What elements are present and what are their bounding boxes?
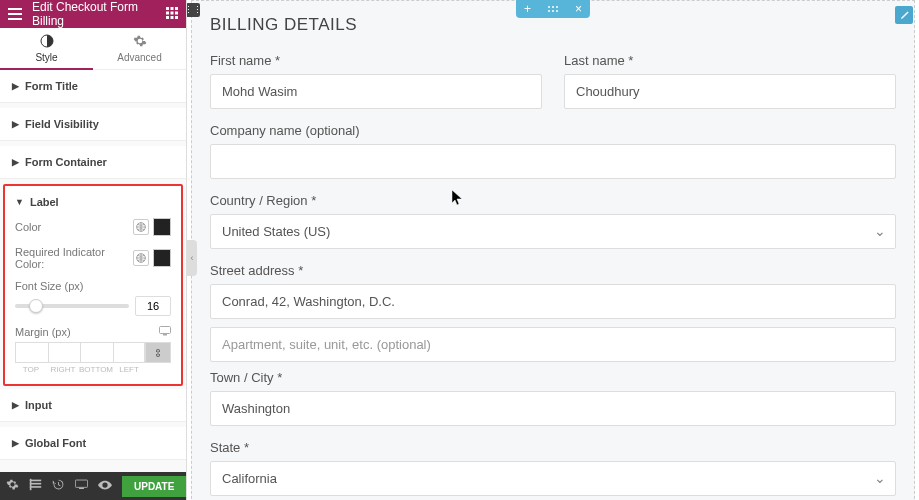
caret-down-icon: ▼ (15, 197, 24, 207)
apps-icon[interactable] (166, 7, 178, 22)
delete-section-button[interactable]: × (567, 0, 590, 18)
svg-rect-19 (79, 488, 84, 489)
settings-icon[interactable] (6, 478, 19, 494)
sidebar-title: Edit Checkout Form Billing (32, 0, 166, 28)
accordion-field-visibility[interactable]: ▶Field Visibility (0, 108, 186, 141)
sidebar-header: Edit Checkout Form Billing (0, 0, 186, 28)
svg-rect-3 (166, 11, 169, 14)
svg-rect-6 (166, 16, 169, 19)
menu-icon[interactable] (8, 8, 24, 20)
svg-rect-1 (171, 7, 174, 10)
panel-body: ▶Form Title ▶Field Visibility ▶Form Cont… (0, 70, 186, 472)
svg-rect-5 (175, 11, 178, 14)
gear-icon (133, 34, 147, 50)
company-input[interactable] (210, 144, 896, 179)
first-name-input[interactable] (210, 74, 542, 109)
margin-left-input[interactable] (113, 342, 146, 363)
margin-top-input[interactable] (15, 342, 48, 363)
street-label: Street address * (210, 263, 896, 278)
globe-icon[interactable] (133, 219, 149, 235)
svg-rect-18 (75, 480, 87, 487)
slider-thumb[interactable] (29, 299, 43, 313)
svg-point-25 (556, 10, 558, 12)
svg-rect-4 (171, 11, 174, 14)
tab-style[interactable]: Style (0, 28, 93, 69)
street2-input[interactable] (210, 327, 896, 362)
svg-rect-0 (166, 7, 169, 10)
street1-input[interactable] (210, 284, 896, 319)
caret-right-icon: ▶ (12, 400, 19, 410)
color-label: Color (15, 221, 41, 233)
caret-right-icon: ▶ (12, 81, 19, 91)
company-label: Company name (optional) (210, 123, 896, 138)
edit-widget-button[interactable] (895, 6, 913, 24)
add-section-button[interactable]: + (516, 0, 539, 18)
svg-point-21 (552, 6, 554, 8)
drag-handle-icon[interactable]: ⋮⋮ (187, 3, 200, 17)
responsive-icon[interactable] (75, 478, 88, 494)
last-name-input[interactable] (564, 74, 896, 109)
accordion-form-title[interactable]: ▶Form Title (0, 70, 186, 103)
history-icon[interactable] (52, 478, 65, 494)
font-size-slider[interactable] (15, 304, 129, 308)
font-size-input[interactable] (135, 296, 171, 316)
accordion-input[interactable]: ▶Input (0, 389, 186, 422)
form-heading: BILLING DETAILS (210, 15, 896, 35)
margin-right-input[interactable] (48, 342, 81, 363)
svg-rect-2 (175, 7, 178, 10)
section-controls: + × (516, 0, 590, 18)
svg-rect-7 (171, 16, 174, 19)
svg-rect-16 (30, 486, 41, 488)
last-name-label: Last name * (564, 53, 896, 68)
update-button[interactable]: UPDATE (122, 476, 186, 497)
globe-icon[interactable] (133, 250, 149, 266)
desktop-icon[interactable] (159, 326, 171, 338)
link-values-button[interactable] (145, 342, 171, 363)
font-size-label: Font Size (px) (15, 280, 83, 292)
preview-icon[interactable] (98, 479, 112, 493)
navigator-icon[interactable] (29, 478, 42, 494)
svg-rect-12 (160, 327, 171, 334)
collapse-sidebar-handle[interactable]: ‹ (187, 240, 197, 276)
svg-point-24 (552, 10, 554, 12)
contrast-icon (40, 34, 54, 50)
color-swatch[interactable] (153, 218, 171, 236)
accordion-form-container[interactable]: ▶Form Container (0, 146, 186, 179)
accordion-global-font[interactable]: ▶Global Font (0, 427, 186, 460)
country-select[interactable] (210, 214, 896, 249)
edit-section-button[interactable] (539, 0, 567, 18)
svg-rect-8 (175, 16, 178, 19)
sidebar-tabs: Style Advanced (0, 28, 186, 70)
tab-label: Style (35, 52, 57, 63)
caret-right-icon: ▶ (12, 438, 19, 448)
svg-point-23 (548, 10, 550, 12)
preview-area: ⋮⋮ + × BILLING DETAILS First name * Last… (187, 0, 919, 500)
caret-right-icon: ▶ (12, 119, 19, 129)
svg-rect-15 (30, 483, 41, 485)
city-input[interactable] (210, 391, 896, 426)
tab-label: Advanced (117, 52, 161, 63)
margin-bottom-input[interactable] (80, 342, 113, 363)
svg-rect-14 (30, 480, 41, 482)
svg-rect-17 (30, 479, 32, 490)
accordion-label-head[interactable]: ▼Label (5, 186, 181, 218)
city-label: Town / City * (210, 370, 896, 385)
state-select[interactable] (210, 461, 896, 496)
country-label: Country / Region * (210, 193, 896, 208)
first-name-label: First name * (210, 53, 542, 68)
accordion-label: ▼Label Color Required Indicator Color: (3, 184, 183, 386)
billing-form: BILLING DETAILS First name * Last name *… (191, 0, 915, 500)
svg-point-20 (548, 6, 550, 8)
svg-rect-13 (163, 334, 167, 336)
caret-right-icon: ▶ (12, 157, 19, 167)
req-indicator-label: Required Indicator Color: (15, 246, 133, 270)
margin-label: Margin (px) (15, 326, 71, 338)
tab-advanced[interactable]: Advanced (93, 28, 186, 69)
color-swatch[interactable] (153, 249, 171, 267)
editor-sidebar: Edit Checkout Form Billing Style Advance… (0, 0, 187, 500)
state-label: State * (210, 440, 896, 455)
svg-point-22 (556, 6, 558, 8)
sidebar-footer: UPDATE ▲ (0, 472, 186, 500)
